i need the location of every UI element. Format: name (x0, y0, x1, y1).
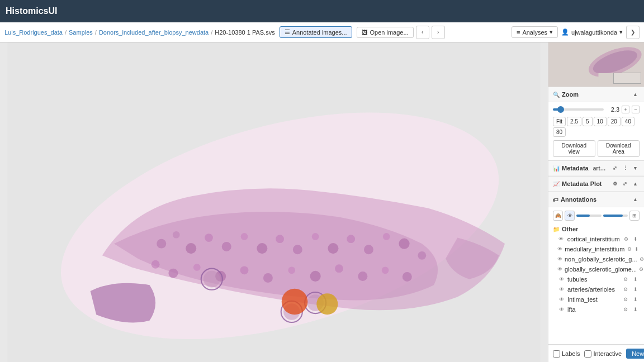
image-viewer[interactable] (0, 42, 548, 362)
metadata-plot-header[interactable]: 📈 Metadata Plot ⚙ ⤢ ▴ (548, 177, 644, 192)
svg-point-29 (402, 272, 412, 282)
annotations-section: 🏷 Annotations ▴ 🙈 👁 (548, 192, 644, 345)
ann-gear-ifta[interactable]: ⚙ (622, 306, 629, 313)
svg-point-12 (328, 243, 338, 254)
plot-expand-btn[interactable]: ⤢ (621, 179, 629, 188)
metadata-more-btn[interactable]: ⋮ (621, 164, 629, 173)
breadcrumb-part2[interactable]: Samples (69, 29, 93, 36)
zoom-preset-2_5[interactable]: 2.5 (567, 117, 581, 126)
ann-eye-tubules[interactable]: 👁 (557, 275, 565, 283)
zoom-preset-20[interactable]: 20 (608, 117, 621, 126)
annotations-collapse-btn[interactable]: ▴ (631, 195, 640, 204)
zoom-preset-10[interactable]: 10 (594, 117, 607, 126)
zoom-preset-5[interactable]: 5 (583, 117, 593, 126)
ann-gear-globally[interactable]: ⚙ (639, 265, 643, 273)
open-image-button[interactable]: 🖼 Open image... (357, 27, 414, 38)
svg-point-10 (293, 245, 302, 254)
ann-dl-intima[interactable]: ⬇ (632, 296, 640, 303)
ann-item-medullary: 👁 medullary_interstitium ⚙ ⬇ (553, 244, 640, 254)
svg-point-31 (203, 271, 220, 288)
zoom-slider[interactable] (553, 108, 604, 111)
ann-grid-btn[interactable]: ⊞ (629, 211, 640, 221)
zoom-plus-btn[interactable]: + (622, 106, 629, 113)
analyses-button[interactable]: ≡ Analyses ▾ (512, 26, 558, 38)
metadata-section: 📊 Metadata arteries/arteriols... ⤢ ⋮ ▾ (548, 161, 644, 177)
svg-point-17 (418, 251, 426, 260)
annotations-section-header[interactable]: 🏷 Annotations ▴ (548, 192, 644, 207)
svg-point-25 (310, 271, 321, 282)
zoom-preset-80[interactable]: 80 (553, 127, 566, 137)
svg-point-11 (312, 233, 319, 240)
annotated-images-button[interactable]: ☰ Annotated images... (280, 26, 352, 38)
ann-dl-cortical[interactable]: ⬇ (632, 235, 640, 243)
group-label: Other (562, 226, 578, 232)
ann-gear-cortical[interactable]: ⚙ (622, 235, 630, 243)
ann-item-arteries: 👁 arteries/arterioles ⚙ ⬇ (553, 284, 640, 294)
breadcrumb-part4[interactable]: H20-10380 1 PAS.svs (215, 29, 274, 36)
metadata-section-header[interactable]: 📊 Metadata arteries/arteriols... ⤢ ⋮ ▾ (548, 161, 644, 176)
ann-opacity-slider-2[interactable] (603, 215, 628, 217)
right-panel-toggle[interactable]: ❯ (626, 26, 640, 39)
svg-point-9 (276, 235, 284, 243)
ann-eye-closed-btn[interactable]: 🙈 (553, 211, 563, 221)
ann-label-medullary: medullary_interstitium (565, 246, 624, 253)
breadcrumb-part3[interactable]: Donors_included_after_biopsy_newdata (99, 29, 209, 36)
ann-gear-arteries[interactable]: ⚙ (622, 285, 629, 293)
zoom-collapse-btn[interactable]: ▴ (631, 90, 640, 99)
ann-eye-intima[interactable]: 👁 (557, 296, 565, 303)
ann-label-intima: Intima_test (567, 296, 619, 303)
next-arrow[interactable]: › (432, 26, 445, 39)
zoom-preset-40[interactable]: 40 (622, 117, 634, 126)
ann-dl-ifta[interactable]: ⬇ (632, 306, 640, 313)
ann-eye-non-global[interactable]: 👁 (557, 255, 562, 263)
interactive-checkbox[interactable] (584, 350, 591, 358)
folder-icon: 📁 (553, 226, 560, 232)
ann-dl-tubules[interactable]: ⬇ (632, 275, 640, 283)
svg-point-26 (335, 264, 343, 273)
zoom-minus-btn[interactable]: − (632, 106, 640, 113)
svg-point-37 (316, 293, 338, 315)
zoom-preset-fit[interactable]: Fit (553, 117, 566, 126)
breadcrumb-part1[interactable]: Luis_Rodrigues_data (4, 29, 63, 36)
prev-arrow[interactable]: ‹ (416, 26, 429, 39)
ann-label-non-global: non_globally_sclerotic_g... (565, 256, 637, 263)
ann-eye-arteries[interactable]: 👁 (557, 285, 565, 293)
ann-dl-medullary[interactable]: ⬇ (634, 245, 640, 253)
ann-gear-non-global[interactable]: ⚙ (640, 255, 644, 263)
ann-eye-globally[interactable]: 👁 (557, 265, 562, 273)
ann-gear-tubules[interactable]: ⚙ (622, 275, 629, 283)
metadata-title: Metadata (562, 165, 589, 172)
svg-point-14 (364, 245, 373, 254)
labels-checkbox[interactable] (553, 350, 560, 358)
ann-eye-open-btn[interactable]: 👁 (565, 211, 575, 221)
svg-point-7 (241, 233, 248, 240)
metadata-collapse-btn[interactable]: ▾ (631, 164, 640, 173)
ann-opacity-slider-1[interactable] (576, 215, 602, 217)
metadata-expand-btn[interactable]: ⤢ (610, 164, 619, 173)
plot-gear-btn[interactable]: ⚙ (610, 179, 619, 188)
new-annotation-button[interactable]: New (626, 349, 644, 359)
plot-collapse-btn[interactable]: ▴ (631, 179, 640, 188)
download-area-btn[interactable]: Download Area (598, 140, 640, 157)
download-view-btn[interactable]: Download view (553, 140, 595, 157)
ann-label-arteries: arteries/arterioles (567, 286, 619, 293)
user-menu[interactable]: 👤 ujwalaguttikonda ▾ (561, 28, 623, 36)
labels-checkbox-label[interactable]: Labels (553, 350, 580, 358)
ann-label-cortical: cortical_interstitium (567, 236, 620, 242)
ann-item-globally: 👁 globally_sclerotic_glome... ⚙ ⬇ (553, 264, 640, 274)
interactive-checkbox-label[interactable]: Interactive (584, 350, 622, 358)
ann-eye-medullary[interactable]: 👁 (557, 245, 562, 253)
ann-dl-arteries[interactable]: ⬇ (632, 285, 640, 293)
user-chevron: ▾ (619, 28, 623, 36)
ann-gear-medullary[interactable]: ⚙ (627, 245, 632, 253)
svg-point-6 (222, 242, 231, 251)
ann-gear-intima[interactable]: ⚙ (622, 296, 629, 303)
metadata-plot-section: 📈 Metadata Plot ⚙ ⤢ ▴ (548, 177, 644, 192)
ann-eye-cortical[interactable]: 👁 (557, 235, 565, 243)
zoom-section: 🔍 Zoom ▴ 2.3 + − Fit 2.5 (548, 87, 644, 161)
ann-eye-ifta[interactable]: 👁 (557, 306, 565, 313)
svg-point-18 (151, 260, 160, 269)
svg-point-23 (263, 273, 273, 283)
main-layout: 🔍 Zoom ▴ 2.3 + − Fit 2.5 (0, 42, 644, 362)
zoom-section-header[interactable]: 🔍 Zoom ▴ (548, 87, 644, 102)
